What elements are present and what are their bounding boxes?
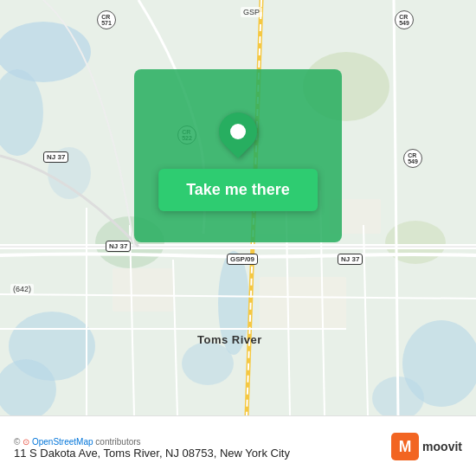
take-me-there-button[interactable]: Take me there [158, 169, 318, 211]
642-sign: (642) [10, 284, 34, 294]
moovit-icon-svg: M [391, 433, 419, 460]
osm-logo: ⊙ [23, 437, 32, 447]
copyright-symbol: © [14, 437, 20, 447]
svg-point-12 [385, 221, 446, 264]
contributors-text: contributors [95, 437, 140, 447]
osm-attribution: © ⊙ OpenStreetMap contributors [14, 437, 290, 447]
cr549-sign-1: CR549 [395, 10, 414, 29]
svg-rect-15 [260, 277, 346, 329]
bottom-bar: © ⊙ OpenStreetMap contributors 11 S Dako… [0, 415, 476, 476]
address-text: 11 S Dakota Ave, Toms River, NJ 08753, N… [14, 447, 290, 460]
gsp09-sign: GSP/09 [227, 254, 258, 265]
cr549-sign-2: CR549 [403, 149, 422, 168]
pin-dot [230, 124, 246, 139]
svg-point-5 [182, 342, 234, 385]
osm-text: OpenStreetMap [32, 437, 93, 447]
nj37-sign-3: NJ 37 [338, 254, 363, 265]
map-pin [219, 113, 257, 151]
svg-text:M: M [399, 438, 412, 455]
pin-body [211, 105, 265, 158]
city-label: Toms River [197, 333, 262, 346]
cr571-sign: CR571 [97, 10, 116, 29]
address-section: © ⊙ OpenStreetMap contributors 11 S Dako… [14, 434, 290, 460]
moovit-logo: M moovit [391, 433, 462, 460]
nj37-sign-2: NJ 37 [106, 241, 131, 252]
svg-rect-16 [113, 268, 173, 312]
map-area: Take me there NJ 37 NJ 37 GSP/09 NJ 37 C… [0, 0, 476, 415]
gsp-sign: GSP [241, 7, 262, 17]
moovit-label: moovit [422, 440, 462, 453]
nj37-sign-1: NJ 37 [43, 151, 68, 163]
